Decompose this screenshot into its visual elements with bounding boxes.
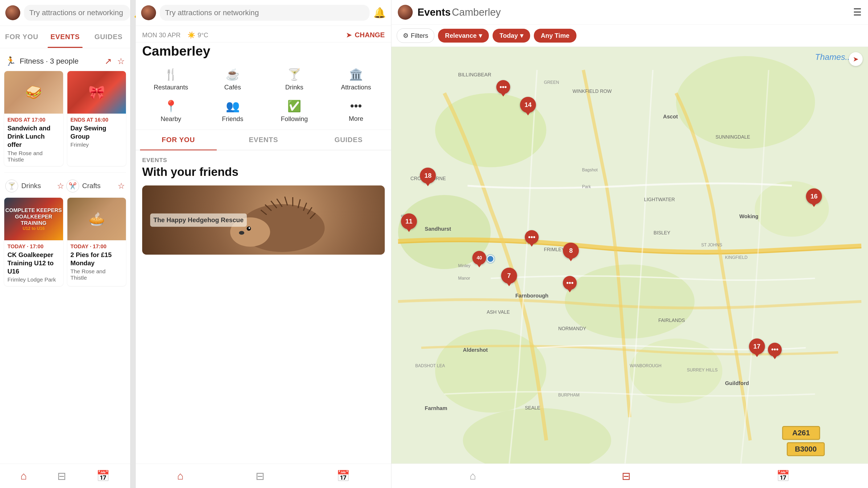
cat-more[interactable]: ••• More [325, 95, 387, 127]
right-nav-events[interactable]: ⊟ [616, 469, 636, 483]
right-subtitle: Camberley [452, 7, 501, 18]
category-crafts[interactable]: ✂️ Crafts ☆ [65, 177, 126, 195]
right-nav-calendar[interactable]: 📅 [771, 468, 795, 483]
cat-drinks[interactable]: 🍸 Drinks [264, 64, 326, 95]
category-drinks[interactable]: 🍸 Drinks ☆ [4, 177, 65, 195]
card-title: 2 Pies for £15 Monday [70, 251, 123, 267]
drinks-star-icon[interactable]: ☆ [57, 181, 64, 191]
map-navigate-button[interactable]: ➤ [849, 52, 863, 66]
fitness-icon: 🏃 [5, 56, 16, 66]
mid-avatar[interactable] [141, 5, 156, 20]
mid-notification-bell-icon[interactable]: 🔔 [373, 7, 386, 19]
list-item[interactable]: 🎀 ENDS AT 16:00 Day Sewing Group Frimley [67, 71, 126, 166]
hedgehog-org-text: The Happy Hedgehog Rescue [150, 214, 247, 227]
tab-events[interactable]: EVENTS [43, 26, 87, 48]
today-dropdown[interactable]: Today ▾ [493, 29, 530, 42]
nav-events[interactable]: ⊟ [52, 469, 72, 483]
map-label-bagshot: Park [582, 185, 591, 189]
tab-guides[interactable]: GUIDES [87, 26, 130, 48]
list-item[interactable]: 🥪 ENDS AT 17:00 Sandwich and Drink Lunch… [4, 71, 63, 166]
pin-dots-right: ••• [768, 343, 782, 357]
map-label-minley: Minley [458, 263, 470, 268]
mid-nav-calendar[interactable]: 📅 [331, 468, 355, 483]
map-label-woking: Woking [739, 214, 758, 220]
map-pin[interactable]: 14 [520, 97, 536, 113]
right-avatar[interactable] [398, 5, 413, 20]
any-time-dropdown[interactable]: Any Time [534, 29, 577, 42]
home-icon: ⌂ [21, 470, 27, 482]
map-pin[interactable]: 16 [806, 188, 822, 204]
mid-tab-guides[interactable]: GUIDES [306, 130, 391, 150]
cafes-label: Cafés [224, 84, 241, 91]
mid-nav-events[interactable]: ⊟ [250, 469, 270, 483]
filters-button[interactable]: ⚙ Filters [397, 29, 434, 43]
tab-for-you[interactable]: FOR YOU [0, 26, 43, 48]
mid-nav-home[interactable]: ⌂ [172, 469, 189, 483]
mid-tab-for-you[interactable]: FOR YOU [136, 130, 221, 150]
pin-dots-top: ••• [496, 80, 510, 94]
relevance-dropdown[interactable]: Relevance ▾ [438, 29, 489, 42]
left-tabs: FOR YOU EVENTS GUIDES [0, 26, 130, 48]
map-pin[interactable]: 40 [472, 251, 486, 265]
mid-tab-events[interactable]: EVENTS [221, 130, 306, 150]
map-pin[interactable]: 7 [501, 268, 517, 284]
map-pin[interactable]: 17 [749, 338, 765, 354]
change-location-button[interactable]: ➤ CHANGE [346, 31, 385, 39]
map-pin[interactable]: ••• [563, 276, 577, 290]
city-title: Camberley [136, 42, 391, 64]
map-label-billingbear: BILLINGBEAR [458, 72, 492, 78]
svg-text:B3000: B3000 [795, 445, 816, 453]
map-label-guildford: Guildford [725, 380, 749, 386]
share-icon[interactable]: ↗ [105, 56, 112, 66]
card-sewing-image: 🎀 [67, 71, 126, 113]
cat-following[interactable]: ✅ Following [264, 95, 326, 127]
cat-friends[interactable]: 👥 Friends [202, 95, 264, 127]
location-bar: MON 30 APR ☀️ 9°C ➤ CHANGE [136, 26, 391, 42]
star-outline-icon[interactable]: ☆ [117, 56, 125, 66]
map-view[interactable]: A261 B3000 Thames... BILLINGBEAR GREEN W… [392, 47, 868, 463]
cat-cafes[interactable]: ☕ Cafés [202, 64, 264, 95]
events-section-title: With your friends [142, 165, 385, 178]
restaurants-icon: 🍴 [164, 68, 178, 81]
search-input[interactable] [24, 5, 130, 21]
right-nav-home[interactable]: ⌂ [464, 469, 482, 483]
map-label-sandhurst: Sandhurst [425, 226, 451, 232]
map-pin[interactable]: 8 [563, 243, 579, 259]
right-title: Events [417, 7, 451, 18]
restaurants-label: Restaurants [154, 84, 188, 91]
card-venue: The Rose and Thistle [7, 150, 60, 163]
map-pin[interactable]: ••• [496, 80, 510, 94]
weather-info: ☀️ 9°C [187, 31, 208, 39]
weather-icon: ☀️ [187, 31, 195, 39]
map-label-green: GREEN [544, 80, 559, 85]
left-header: 🔔 [0, 0, 130, 26]
relevance-chevron-icon: ▾ [479, 32, 482, 39]
map-label-kingfield: KINGFIELD [725, 255, 747, 260]
map-label-sunningdale: SUNNINGDALE [715, 134, 750, 140]
list-item[interactable]: 🥧 TODAY · 17:00 2 Pies for £15 Monday Th… [67, 198, 126, 286]
hedgehog-event-card[interactable]: The Happy Hedgehog Rescue [142, 186, 385, 255]
pin-17: 17 [749, 338, 765, 354]
location-arrow-icon: ➤ [346, 31, 352, 39]
map-pin[interactable]: ••• [525, 230, 539, 244]
map-pin[interactable]: 11 [401, 214, 417, 229]
cafes-icon: ☕ [226, 68, 240, 81]
crafts-star-icon[interactable]: ☆ [118, 181, 125, 191]
card-food-image: 🥪 [4, 71, 63, 113]
map-label-farnborough: Farnborough [515, 293, 548, 299]
list-item[interactable]: COMPLETE KEEPERSGOALKEEPER TRAINING U12 … [4, 198, 63, 286]
map-pin[interactable]: ••• [768, 343, 782, 357]
cat-attractions[interactable]: 🏛️ Attractions [325, 64, 387, 95]
cat-nearby[interactable]: 📍 Nearby [140, 95, 202, 127]
map-pin[interactable]: 18 [420, 168, 436, 184]
nav-home[interactable]: ⌂ [15, 469, 32, 483]
nav-calendar[interactable]: 📅 [91, 468, 115, 483]
cat-restaurants[interactable]: 🍴 Restaurants [140, 64, 202, 95]
avatar[interactable] [5, 5, 20, 20]
mid-search-input[interactable] [160, 5, 370, 21]
filters-bar: ⚙ Filters Relevance ▾ Today ▾ Any Time [392, 25, 868, 47]
list-view-icon[interactable]: ☰ [853, 7, 862, 18]
nearby-icon: 📍 [164, 99, 178, 112]
attractions-icon: 🏛️ [349, 68, 363, 81]
svg-text:A261: A261 [793, 429, 810, 437]
